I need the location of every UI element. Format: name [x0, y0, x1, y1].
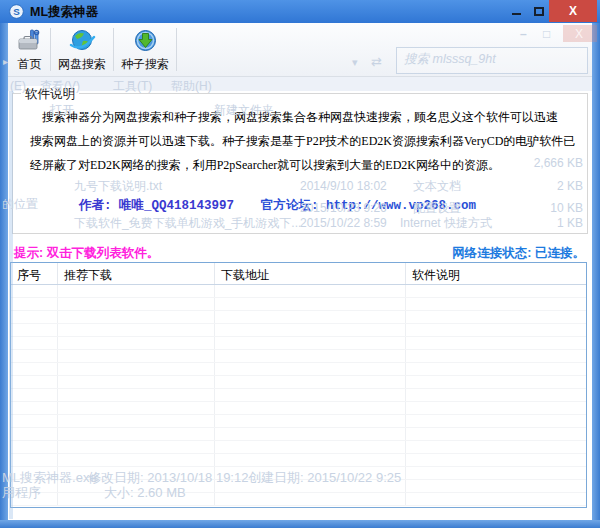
table-row	[11, 454, 586, 467]
column-header-3[interactable]: 下载地址	[215, 263, 406, 284]
table-cell	[58, 402, 215, 414]
table-cell	[58, 480, 215, 492]
toolbar: 首页网盘搜索种子搜索	[8, 23, 592, 77]
close-button[interactable]: X	[549, 0, 597, 22]
table-cell	[406, 363, 586, 375]
table-cell	[11, 363, 58, 375]
table-cell	[11, 415, 58, 427]
maximize-button[interactable]	[528, 0, 550, 22]
table-cell	[406, 467, 586, 479]
table-row	[11, 337, 586, 350]
column-header-1[interactable]: 序号	[11, 263, 58, 284]
table-cell	[58, 363, 215, 375]
table-row	[11, 441, 586, 454]
table-cell	[215, 428, 406, 440]
table-row	[11, 311, 586, 324]
table-cell	[215, 467, 406, 479]
table-cell	[11, 376, 58, 388]
table-row	[11, 415, 586, 428]
table-row	[11, 428, 586, 441]
table-cell	[11, 493, 58, 505]
column-header-2[interactable]: 推荐下载	[58, 263, 215, 284]
table-row	[11, 467, 586, 480]
toolbar-button-home[interactable]: 首页	[11, 23, 48, 76]
table-cell	[406, 389, 586, 401]
table-cell	[406, 311, 586, 323]
table-cell	[406, 350, 586, 362]
table-cell	[11, 480, 58, 492]
table-row	[11, 285, 586, 298]
table-cell	[406, 493, 586, 505]
table-cell	[11, 389, 58, 401]
table-cell	[58, 350, 215, 362]
column-header-4[interactable]: 软件说明	[406, 263, 586, 284]
table-cell	[11, 428, 58, 440]
minimize-icon	[512, 13, 521, 15]
toolbar-button-torrent-search[interactable]: 种子搜索	[116, 23, 174, 76]
table-cell	[215, 376, 406, 388]
table-header-row: 序号推荐下载下载地址软件说明	[11, 263, 586, 285]
table-cell	[215, 298, 406, 310]
table-cell	[215, 402, 406, 414]
table-row	[11, 324, 586, 337]
table-cell	[58, 415, 215, 427]
titlebar[interactable]: S ML搜索神器 X	[0, 0, 600, 23]
window-border-right	[592, 23, 600, 520]
table-cell	[58, 467, 215, 479]
table-cell	[58, 441, 215, 453]
table-cell	[11, 324, 58, 336]
table-cell	[406, 454, 586, 466]
table-cell	[215, 337, 406, 349]
table-row	[11, 402, 586, 415]
groupbox-title: 软件说明	[21, 86, 79, 103]
app-logo-icon: S	[9, 4, 24, 19]
table-cell	[215, 311, 406, 323]
ghost-menu-strip	[8, 77, 592, 91]
toolbox-icon	[16, 27, 43, 55]
table-cell	[215, 324, 406, 336]
table-row	[11, 493, 586, 506]
table-cell	[11, 467, 58, 479]
official-forum-link[interactable]: 官方论坛: http://www.vp268.com	[261, 197, 476, 214]
table-cell	[215, 441, 406, 453]
table-cell	[406, 324, 586, 336]
table-cell	[11, 441, 58, 453]
globe-search-icon	[68, 27, 96, 55]
table-cell	[58, 311, 215, 323]
description-line: 经屏蔽了对ED2K网络的搜索，利用P2pSearcher就可以搜索到大量的ED2…	[30, 153, 579, 177]
table-cell	[11, 402, 58, 414]
table-body[interactable]	[11, 285, 586, 507]
table-row	[11, 480, 586, 493]
table-row	[11, 376, 586, 389]
description-line: 搜索网盘上的资源并可以迅速下载。种子搜索是基于P2P技术的ED2K资源搜索利器V…	[30, 129, 579, 153]
table-cell	[11, 298, 58, 310]
minimize-button[interactable]	[505, 0, 527, 22]
description-text: 搜索神器分为网盘搜索和种子搜索，网盘搜索集合各种网盘快速搜索，顾名思义这个软件可…	[30, 105, 579, 177]
table-cell	[215, 350, 406, 362]
author-text: 作者: 唯唯_QQ418143997	[79, 197, 234, 214]
table-cell	[406, 415, 586, 427]
table-row	[11, 389, 586, 402]
window-border-bottom	[0, 520, 600, 528]
toolbar-button-label: 种子搜索	[121, 56, 169, 73]
table-cell	[58, 337, 215, 349]
table-cell	[406, 480, 586, 492]
table-cell	[11, 285, 58, 297]
toolbar-button-netdisk-search[interactable]: 网盘搜索	[53, 23, 111, 76]
table-cell	[406, 402, 586, 414]
table-cell	[58, 324, 215, 336]
table-cell	[58, 428, 215, 440]
table-cell	[406, 337, 586, 349]
table-cell	[215, 285, 406, 297]
table-row	[11, 350, 586, 363]
maximize-icon	[534, 7, 544, 16]
software-description-groupbox: 软件说明 搜索神器分为网盘搜索和种子搜索，网盘搜索集合各种网盘快速搜索，顾名思义…	[12, 93, 588, 234]
table-cell	[406, 441, 586, 453]
table-cell	[11, 350, 58, 362]
table-cell	[406, 298, 586, 310]
toolbar-button-label: 网盘搜索	[58, 56, 106, 73]
table-cell	[406, 376, 586, 388]
app-window: S ML搜索神器 X 首页网盘搜索种子搜索 软件说明 搜索神器分为网盘搜索和种子…	[0, 0, 600, 528]
table-cell	[58, 376, 215, 388]
table-cell	[58, 493, 215, 505]
